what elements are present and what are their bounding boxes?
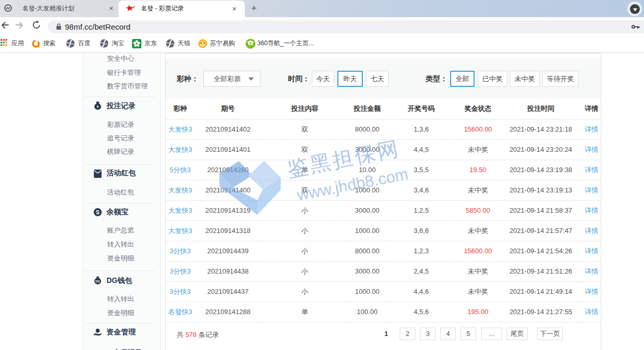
svg-text:S: S xyxy=(96,210,100,215)
svg-text:DG: DG xyxy=(95,279,100,283)
